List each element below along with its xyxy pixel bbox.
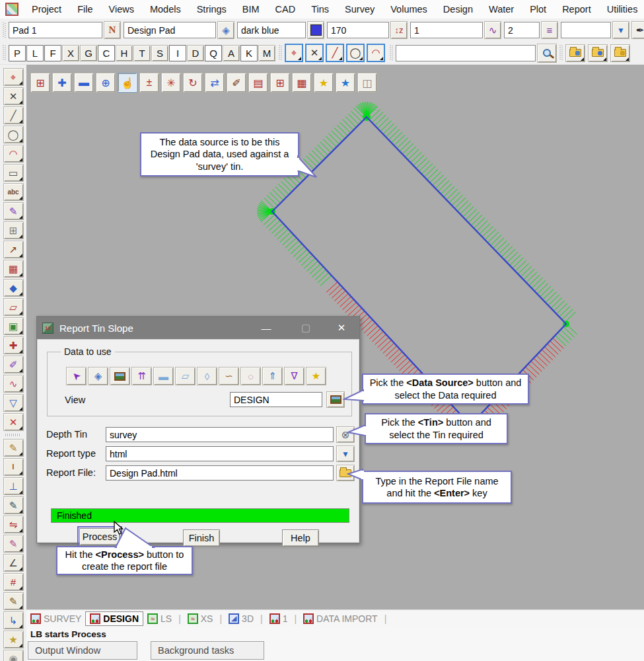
pick-view-button[interactable] [110, 367, 130, 385]
view-pick-button[interactable] [326, 391, 345, 408]
depth-tin-input[interactable] [106, 427, 334, 442]
annotate-tool[interactable]: ✐ [3, 356, 24, 373]
window-layout-button[interactable]: ◫ [357, 73, 377, 93]
cad-k-button[interactable]: K [240, 45, 258, 61]
name-box-button[interactable]: N [104, 21, 121, 39]
cad-g-button[interactable]: G [80, 45, 97, 61]
create-point-tool[interactable]: ⊞ [3, 221, 24, 239]
background-tasks-panel[interactable]: Background tasks [151, 641, 264, 660]
cad-a-button[interactable]: A [223, 45, 240, 61]
pick-tin-up-button[interactable]: ⇑ [262, 367, 283, 385]
freehand-tool[interactable]: ✎ [3, 439, 24, 457]
function-name-input[interactable] [9, 22, 102, 38]
find-folder-button[interactable] [588, 44, 608, 62]
point-tool[interactable]: ⌖ [3, 68, 24, 86]
pick-box-button[interactable]: ▬ [153, 367, 174, 385]
shapes-tool[interactable]: ◆ [3, 279, 24, 297]
cad-d-button[interactable]: D [187, 45, 204, 61]
zoom-extents-button[interactable]: ✳ [161, 73, 181, 93]
cad-i-button[interactable]: I [169, 45, 186, 61]
pick-string-button[interactable]: ∽ [219, 367, 239, 385]
cad-s-button[interactable]: S [151, 45, 168, 61]
close-button[interactable]: ✕ [328, 317, 355, 339]
cad-x-button[interactable]: X [62, 45, 79, 61]
arc-tool[interactable]: ◠ [3, 145, 24, 163]
cad-lines-button[interactable]: L [26, 45, 44, 61]
output-window-panel[interactable]: Output Window [28, 641, 137, 660]
colour-input[interactable] [237, 22, 306, 38]
circle-snap-button[interactable]: ◯ [346, 44, 365, 62]
view-input[interactable] [230, 392, 322, 407]
cad-face-button[interactable]: F [44, 45, 61, 61]
intersect-tool[interactable]: ✕ [3, 87, 24, 105]
menu-models[interactable]: Models [145, 1, 186, 17]
cad-m-button[interactable]: M [258, 45, 275, 61]
weight-input[interactable] [504, 22, 540, 38]
pan-button[interactable]: ⊕ [96, 73, 116, 93]
height-pick-icon[interactable]: ↕z [390, 21, 408, 39]
colour-swatch-button[interactable] [307, 21, 324, 39]
instrument-tool[interactable]: ⊥ [3, 477, 24, 495]
linestyle-pick-icon[interactable]: ∿ [484, 21, 501, 39]
corner-arrow-tool[interactable]: ↳ [3, 611, 24, 629]
tinable-input[interactable] [561, 22, 611, 38]
report-type-dropdown-button[interactable]: ▼ [336, 446, 355, 462]
delete-points-tool[interactable]: ✕ [3, 413, 24, 431]
weight-pick-icon[interactable]: ≡ [541, 21, 558, 39]
tab-1[interactable]: 1 [266, 612, 292, 625]
eyedropper-icon[interactable]: ✒ [631, 21, 644, 39]
cad-points-button[interactable]: P [9, 45, 26, 61]
cad-h-button[interactable]: H [116, 45, 133, 61]
regenerate-button[interactable]: ⇄ [205, 73, 225, 93]
circle-tool[interactable]: ◯ [3, 126, 24, 143]
line-tool[interactable]: ╱ [3, 106, 24, 124]
zoom-scale-button[interactable]: ± [139, 73, 159, 93]
menu-cad[interactable]: CAD [270, 1, 301, 17]
rectangle-tool[interactable]: ▭ [3, 164, 24, 182]
compass-tool[interactable]: ★ [3, 631, 24, 648]
favorite-blue-button[interactable]: ★ [336, 73, 355, 93]
pick-cursor-button[interactable]: ➤ [66, 367, 87, 385]
open-project-folder-button[interactable] [565, 44, 585, 62]
plot-sheet-button[interactable]: ▦ [292, 73, 312, 93]
zoom-out-button[interactable]: ▬ [74, 73, 94, 93]
menu-utilities[interactable]: Utilities [602, 1, 643, 17]
segment-snap-button[interactable]: ╱ [326, 44, 344, 62]
cad-q-button[interactable]: Q [205, 45, 222, 61]
rail-tool[interactable]: # [3, 573, 24, 591]
arc-snap-button[interactable]: ◠ [367, 44, 385, 62]
angle-tool[interactable]: ∠ [3, 554, 24, 572]
cad-t-button[interactable]: T [133, 45, 151, 61]
tinable-dropdown-icon[interactable]: ▼ [612, 21, 629, 39]
report-file-input[interactable] [106, 465, 334, 481]
point-snap-button[interactable]: ⌖ [285, 44, 303, 62]
tab-xs[interactable]: ≈ XS [184, 612, 217, 625]
help-button[interactable]: Help [282, 529, 319, 547]
brush-tool[interactable]: ✎ [3, 202, 24, 220]
menu-tins[interactable]: Tins [306, 1, 334, 17]
linestyle-input[interactable] [410, 22, 483, 38]
tab-survey[interactable]: SURVEY [26, 612, 85, 625]
note-edit-tool[interactable]: ✎ [3, 496, 24, 514]
print-view-button[interactable]: ▤ [248, 73, 268, 93]
menu-file[interactable]: File [72, 1, 98, 17]
tab-3d[interactable]: ◢ 3D [225, 612, 258, 625]
finish-button[interactable]: Finish [183, 529, 220, 547]
text-tool[interactable]: abc [3, 183, 24, 201]
model-input[interactable] [124, 22, 216, 38]
toolbar-drag-handle[interactable] [279, 45, 282, 61]
minimize-button[interactable]: — [252, 317, 280, 339]
adjust-tool[interactable]: ✎ [3, 592, 24, 610]
report-type-input[interactable] [106, 446, 334, 461]
toolbar-drag-handle[interactable] [3, 22, 6, 38]
view-menu-button[interactable]: ⊞ [30, 73, 50, 93]
tab-data-import[interactable]: DATA IMPORT [299, 612, 382, 625]
zoom-previous-button[interactable]: ↻ [183, 73, 203, 93]
menu-survey[interactable]: Survey [340, 1, 380, 17]
menu-report[interactable]: Report [557, 1, 596, 17]
menu-volumes[interactable]: Volumes [385, 1, 433, 17]
pick-filter-button[interactable]: ∇ [284, 367, 304, 385]
sketch-tool[interactable]: ✎ [3, 535, 24, 553]
polygon-tool[interactable]: ▱ [3, 298, 24, 316]
search-button[interactable] [537, 44, 557, 63]
